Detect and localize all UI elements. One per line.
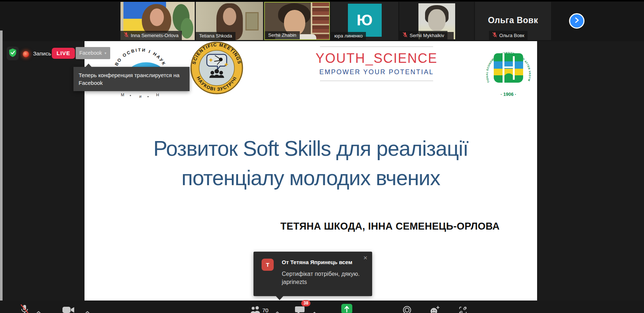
muted-mic-icon <box>403 32 407 39</box>
participant-name-label: Serhii Zhabin <box>265 31 300 39</box>
muted-mic-icon <box>19 310 30 313</box>
youth-science-title: YOUTH_SCIENCE <box>314 51 439 66</box>
participant-name-label: юра линенко <box>331 32 366 40</box>
left-edge-strip <box>0 30 3 313</box>
video-options-chevron[interactable] <box>85 309 90 313</box>
youth-science-subtitle: EMPOWER YOUR POTENTIAL <box>314 68 439 76</box>
chevron-up-icon <box>312 309 317 313</box>
chevron-up-icon <box>85 309 90 313</box>
muted-mic-icon <box>124 32 129 39</box>
sender-avatar: T <box>262 259 274 271</box>
muted-mic-icon <box>492 32 497 39</box>
chevron-down-icon: ▾ <box>104 47 106 59</box>
chat-unread-badge: 38 <box>301 300 310 306</box>
plant-decor <box>181 18 193 39</box>
slide-title: Розвиток Soft Skills для реалізації поте… <box>84 134 537 193</box>
video-camera-icon <box>62 309 75 313</box>
reactions-button[interactable] <box>430 305 440 313</box>
participant-name-label: Serhii Mykhalkiv <box>399 31 447 40</box>
notification-title: От Тетяна Япринець всем <box>282 259 352 265</box>
video-button[interactable] <box>62 306 75 313</box>
participant-tile-mykhalkiv[interactable]: Serhii Mykhalkiv <box>399 2 474 40</box>
chat-notification[interactable]: T От Тетяна Япринець всем × Сертифікат п… <box>253 252 372 296</box>
svg-text:и: и <box>139 94 141 98</box>
chat-chevron[interactable] <box>312 309 317 313</box>
mic-options-chevron[interactable] <box>36 309 41 313</box>
svg-text:· 1906 ·: · 1906 · <box>500 92 516 97</box>
chevron-up-icon <box>36 309 41 313</box>
kneu-university-logo: KYIV NATIONAL ECONOMIC UNIVERSITY NAMED … <box>484 42 533 100</box>
arrow-up-icon <box>344 305 350 313</box>
notification-message: Сертифікат потрібен, дякую. japrinezts <box>282 270 360 286</box>
youth-science-logo: YOUTH_SCIENCE EMPOWER YOUR POTENTIAL <box>314 46 439 81</box>
close-icon[interactable]: × <box>363 254 367 262</box>
participant-name-label: Ольга Вовк <box>489 31 528 40</box>
chevron-right-icon <box>574 17 579 25</box>
participant-name-label: Tetiana Shkoda <box>196 32 235 40</box>
live-badge[interactable]: LIVE <box>52 48 75 59</box>
smiley-plus-icon <box>430 310 440 313</box>
participant-tile-yura[interactable]: Ю юра линенко <box>331 2 398 40</box>
meeting-toolbar <box>0 301 644 313</box>
scientific-meetings-logo: SCIENTIFIC MEETINGS НАУКОВІ ЗУСТРІЧІ <box>190 41 244 96</box>
slide-authors: ТЕТЯНА ШКОДА, ІННА СЕМЕНЕЦЬ-ОРЛОВА <box>280 221 500 232</box>
svg-text:М: М <box>121 93 124 97</box>
participant-tile-inna[interactable]: Inna Semenets-Orlova <box>120 2 195 40</box>
participants-icon <box>250 309 262 313</box>
participants-chevron[interactable] <box>275 309 280 313</box>
participant-name-label: Inna Semenets-Orlova <box>120 31 182 40</box>
security-button[interactable] <box>7 47 19 60</box>
participant-display-name: Ольга Вовк <box>475 15 551 25</box>
chat-button[interactable] <box>295 306 305 313</box>
picture-frame-decor <box>245 12 259 30</box>
svg-text:Н: Н <box>156 93 159 97</box>
top-divider <box>0 0 644 1</box>
shield-check-icon <box>9 48 17 59</box>
share-screen-button[interactable] <box>341 304 352 313</box>
recording-label: Запись <box>33 50 51 57</box>
slide-title-line2: потенціалу молодих вчених <box>84 163 537 193</box>
participant-tile-zhabin[interactable]: Serhii Zhabin <box>264 2 330 40</box>
mute-button[interactable] <box>19 303 30 313</box>
chat-bubble-icon <box>295 310 305 313</box>
participants-button[interactable] <box>250 306 262 313</box>
participants-count: 70 <box>262 307 269 313</box>
next-participants-page-button[interactable] <box>569 13 584 29</box>
stream-target-dropdown[interactable]: Facebook ▾ <box>76 47 110 59</box>
recording-indicator-icon <box>23 51 29 57</box>
slide-title-line1: Розвиток Soft Skills для реалізації <box>84 134 537 163</box>
record-button[interactable] <box>403 306 411 313</box>
participant-tile-shkoda[interactable]: Tetiana Shkoda <box>196 2 263 40</box>
record-circle-icon <box>403 309 411 313</box>
participant-tile-olha[interactable]: Ольга Вовк Ольга Вовк <box>475 2 551 40</box>
apps-button[interactable] <box>458 306 467 313</box>
apps-icon <box>458 310 467 313</box>
chevron-up-icon <box>275 309 280 313</box>
stream-tooltip: Теперь конференция транслируется на Face… <box>73 67 190 91</box>
